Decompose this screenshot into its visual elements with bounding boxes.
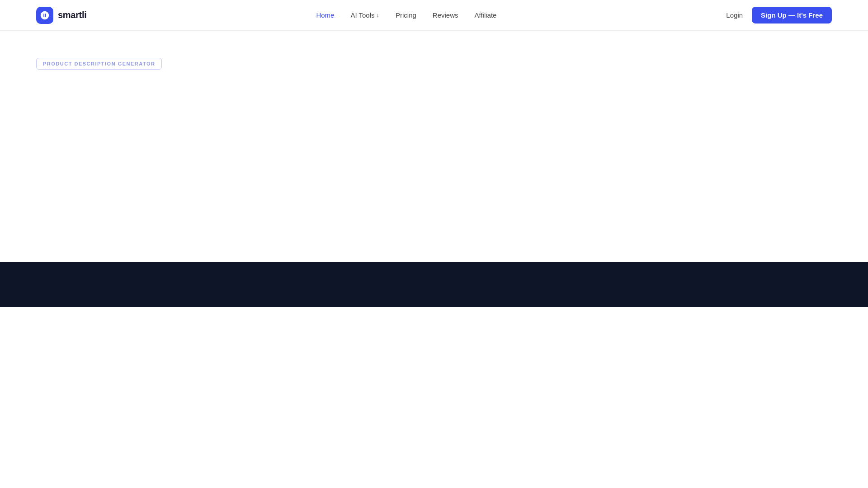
page-badge: PRODUCT DESCRIPTION GENERATOR <box>36 58 162 70</box>
login-button[interactable]: Login <box>726 11 743 19</box>
nav-actions: Login Sign Up — It's Free <box>726 7 832 23</box>
nav-ai-tools[interactable]: AI Tools ↓ <box>350 11 379 19</box>
navbar: smartli Home AI Tools ↓ Pricing Reviews … <box>0 0 868 31</box>
logo-icon[interactable] <box>36 7 53 24</box>
dark-footer-section <box>0 262 868 307</box>
nav-pricing[interactable]: Pricing <box>396 11 416 19</box>
chevron-down-icon: ↓ <box>377 12 380 19</box>
nav-home[interactable]: Home <box>316 11 334 19</box>
nav-ai-tools-label: AI Tools <box>350 11 374 19</box>
signup-button[interactable]: Sign Up — It's Free <box>752 7 832 23</box>
nav-affiliate[interactable]: Affiliate <box>475 11 497 19</box>
logo-area: smartli <box>36 7 87 24</box>
nav-links: Home AI Tools ↓ Pricing Reviews Affiliat… <box>316 11 496 19</box>
logo-text: smartli <box>58 10 87 20</box>
light-bottom-section <box>0 307 868 488</box>
main-content: PRODUCT DESCRIPTION GENERATOR <box>0 31 868 262</box>
nav-reviews[interactable]: Reviews <box>433 11 458 19</box>
